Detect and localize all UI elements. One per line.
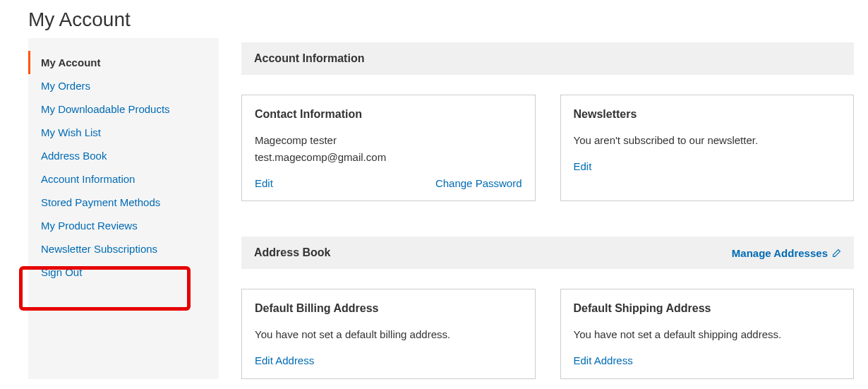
sidebar-item-label: My Downloadable Products [41,103,170,115]
sidebar-item-my-orders[interactable]: My Orders [28,74,219,97]
sidebar-item-account-information[interactable]: Account Information [28,167,219,191]
sidebar-item-address-book[interactable]: Address Book [28,144,219,167]
sidebar-item-my-account[interactable]: My Account [28,51,219,74]
billing-address-card: Default Billing Address You have not set… [241,289,536,379]
newsletters-title: Newsletters [574,108,841,121]
sidebar-item-newsletter-subscriptions[interactable]: Newsletter Subscriptions [28,237,219,261]
edit-newsletters-link[interactable]: Edit [574,160,592,172]
contact-name: Magecomp tester [255,134,337,146]
main-content: Account Information Contact Information … [241,38,868,379]
sidebar-item-label: My Account [41,56,100,68]
contact-email: test.magecomp@gmail.com [255,151,386,163]
billing-address-title: Default Billing Address [255,302,522,315]
manage-addresses-link[interactable]: Manage Addresses [732,247,841,259]
section-header-label: Account Information [254,52,364,65]
sidebar-item-my-downloadable-products[interactable]: My Downloadable Products [28,97,219,121]
sidebar-item-sign-out[interactable]: Sign Out [28,261,219,284]
sidebar-item-my-wish-list[interactable]: My Wish List [28,121,219,144]
shipping-address-title: Default Shipping Address [574,302,841,315]
section-header-label: Address Book [254,246,330,259]
manage-addresses-label: Manage Addresses [732,247,828,259]
sidebar-item-label: Stored Payment Methods [41,196,160,208]
edit-contact-link[interactable]: Edit [255,177,273,189]
sidebar-item-label: Newsletter Subscriptions [41,243,157,255]
contact-information-title: Contact Information [255,108,522,121]
address-book-header: Address Book Manage Addresses [241,237,854,269]
sidebar-item-label: Address Book [41,150,107,162]
sidebar-item-label: My Product Reviews [41,220,138,232]
sidebar-item-stored-payment-methods[interactable]: Stored Payment Methods [28,191,219,214]
billing-address-message: You have not set a default billing addre… [255,326,522,343]
sidebar-item-label: Account Information [41,173,135,185]
sidebar-item-label: My Wish List [41,126,101,138]
page-title: My Account [0,0,868,38]
sidebar-nav: My Account My Orders My Downloadable Pro… [28,38,219,379]
sidebar-item-label: My Orders [41,80,90,92]
pencil-icon [832,249,841,258]
newsletters-card: Newsletters You aren't subscribed to our… [560,95,855,201]
sidebar-item-label: Sign Out [41,266,82,278]
edit-shipping-address-link[interactable]: Edit Address [574,354,633,366]
sidebar-item-my-product-reviews[interactable]: My Product Reviews [28,214,219,237]
shipping-address-message: You have not set a default shipping addr… [574,326,841,343]
account-information-header: Account Information [241,42,854,75]
contact-information-card: Contact Information Magecomp tester test… [241,95,536,201]
change-password-link[interactable]: Change Password [435,177,522,189]
shipping-address-card: Default Shipping Address You have not se… [560,289,855,379]
edit-billing-address-link[interactable]: Edit Address [255,354,314,366]
newsletters-message: You aren't subscribed to our newsletter. [574,132,841,149]
